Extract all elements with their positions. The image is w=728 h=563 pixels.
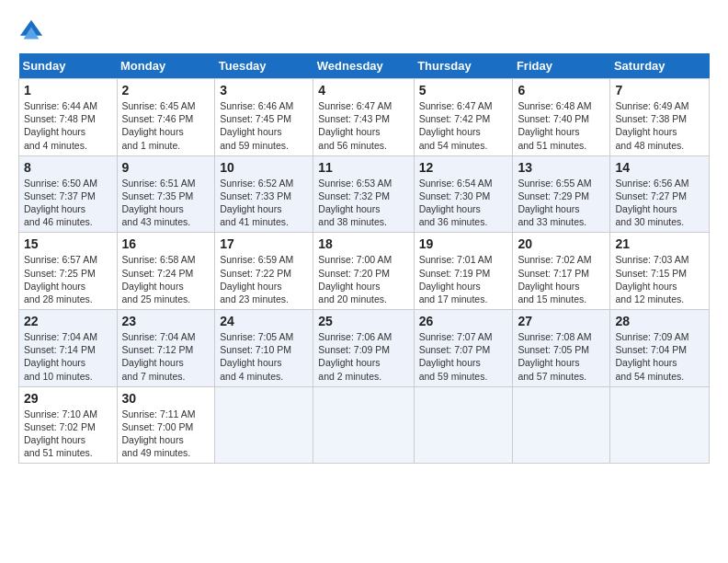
daylight-minutes: and 28 minutes.: [24, 293, 93, 304]
day-info: Sunrise: 6:47 AMSunset: 7:42 PMDaylight …: [419, 99, 508, 152]
sunrise-text: Sunrise: 7:02 AM: [518, 254, 591, 265]
day-info: Sunrise: 6:50 AMSunset: 7:37 PMDaylight …: [24, 177, 112, 229]
day-number: 6: [518, 83, 605, 98]
sunset-text: Sunset: 7:22 PM: [220, 268, 291, 279]
day-number: 29: [24, 391, 112, 406]
sunrise-text: Sunrise: 6:48 AM: [518, 100, 591, 111]
day-info: Sunrise: 6:52 AMSunset: 7:33 PMDaylight …: [220, 177, 308, 229]
sunrise-text: Sunrise: 7:05 AM: [220, 331, 293, 342]
sunrise-text: Sunrise: 6:51 AM: [122, 178, 196, 189]
day-cell: 10Sunrise: 6:52 AMSunset: 7:33 PMDayligh…: [215, 155, 313, 233]
day-cell: 8Sunrise: 6:50 AMSunset: 7:37 PMDaylight…: [19, 155, 118, 233]
day-number: 18: [318, 236, 408, 251]
day-info: Sunrise: 6:58 AMSunset: 7:24 PMDaylight …: [122, 253, 210, 305]
day-cell: [513, 386, 610, 464]
daylight-text: Daylight hours: [122, 357, 184, 368]
daylight-minutes: and 10 minutes.: [24, 371, 93, 382]
daylight-minutes: and 33 minutes.: [518, 216, 586, 227]
logo: [18, 18, 48, 44]
daylight-minutes: and 41 minutes.: [220, 216, 289, 227]
col-header-monday: Monday: [117, 53, 215, 79]
day-cell: 19Sunrise: 7:01 AMSunset: 7:19 PMDayligh…: [414, 233, 513, 310]
daylight-minutes: and 2 minutes.: [318, 371, 381, 382]
daylight-minutes: and 23 minutes.: [220, 293, 289, 304]
day-cell: 5Sunrise: 6:47 AMSunset: 7:42 PMDaylight…: [414, 79, 513, 156]
col-header-wednesday: Wednesday: [313, 53, 414, 79]
daylight-text: Daylight hours: [24, 357, 85, 368]
sunset-text: Sunset: 7:09 PM: [318, 344, 390, 355]
day-cell: 13Sunrise: 6:55 AMSunset: 7:29 PMDayligh…: [513, 155, 610, 233]
calendar-table: SundayMondayTuesdayWednesdayThursdayFrid…: [18, 53, 710, 464]
day-info: Sunrise: 6:53 AMSunset: 7:32 PMDaylight …: [318, 177, 408, 229]
sunrise-text: Sunrise: 7:04 AM: [122, 331, 196, 342]
day-cell: 14Sunrise: 6:56 AMSunset: 7:27 PMDayligh…: [610, 155, 710, 233]
sunset-text: Sunset: 7:48 PM: [24, 113, 96, 124]
sunset-text: Sunset: 7:42 PM: [419, 113, 491, 124]
sunrise-text: Sunrise: 7:03 AM: [615, 254, 688, 265]
day-cell: 27Sunrise: 7:08 AMSunset: 7:05 PMDayligh…: [513, 310, 610, 387]
day-number: 24: [220, 314, 308, 328]
daylight-text: Daylight hours: [318, 357, 380, 368]
day-info: Sunrise: 6:45 AMSunset: 7:46 PMDaylight …: [122, 99, 210, 152]
col-header-friday: Friday: [513, 53, 610, 79]
daylight-minutes: and 12 minutes.: [615, 293, 684, 304]
day-cell: 28Sunrise: 7:09 AMSunset: 7:04 PMDayligh…: [610, 310, 710, 387]
day-cell: [414, 386, 513, 464]
day-info: Sunrise: 6:47 AMSunset: 7:43 PMDaylight …: [318, 99, 408, 152]
daylight-minutes: and 20 minutes.: [318, 293, 387, 304]
daylight-text: Daylight hours: [220, 281, 281, 292]
week-row-4: 22Sunrise: 7:04 AMSunset: 7:14 PMDayligh…: [19, 310, 710, 387]
sunset-text: Sunset: 7:04 PM: [615, 344, 687, 355]
daylight-minutes: and 17 minutes.: [419, 293, 488, 304]
daylight-minutes: and 4 minutes.: [24, 140, 87, 151]
sunset-text: Sunset: 7:37 PM: [24, 190, 96, 201]
sunset-text: Sunset: 7:46 PM: [122, 113, 194, 124]
daylight-text: Daylight hours: [419, 203, 481, 214]
day-info: Sunrise: 6:51 AMSunset: 7:35 PMDaylight …: [122, 177, 210, 229]
daylight-text: Daylight hours: [615, 126, 677, 137]
day-cell: 17Sunrise: 6:59 AMSunset: 7:22 PMDayligh…: [215, 233, 313, 310]
day-info: Sunrise: 6:54 AMSunset: 7:30 PMDaylight …: [419, 177, 508, 229]
day-cell: 6Sunrise: 6:48 AMSunset: 7:40 PMDaylight…: [513, 79, 610, 156]
day-cell: 11Sunrise: 6:53 AMSunset: 7:32 PMDayligh…: [313, 155, 414, 233]
sunrise-text: Sunrise: 7:08 AM: [518, 331, 591, 342]
day-number: 23: [122, 314, 210, 328]
page-header: [18, 18, 710, 44]
day-info: Sunrise: 7:07 AMSunset: 7:07 PMDaylight …: [419, 330, 508, 383]
day-info: Sunrise: 7:01 AMSunset: 7:19 PMDaylight …: [419, 253, 508, 305]
sunset-text: Sunset: 7:38 PM: [615, 113, 687, 124]
daylight-text: Daylight hours: [518, 281, 579, 292]
day-info: Sunrise: 6:55 AMSunset: 7:29 PMDaylight …: [518, 177, 605, 229]
col-header-tuesday: Tuesday: [215, 53, 313, 79]
sunrise-text: Sunrise: 6:50 AM: [24, 178, 97, 189]
daylight-minutes: and 7 minutes.: [122, 371, 186, 382]
day-number: 9: [122, 160, 210, 175]
daylight-text: Daylight hours: [24, 203, 85, 214]
day-cell: 22Sunrise: 7:04 AMSunset: 7:14 PMDayligh…: [19, 310, 118, 387]
day-cell: 25Sunrise: 7:06 AMSunset: 7:09 PMDayligh…: [313, 310, 414, 387]
day-number: 10: [220, 160, 308, 175]
day-number: 4: [318, 83, 408, 98]
sunrise-text: Sunrise: 6:46 AM: [220, 100, 293, 111]
sunset-text: Sunset: 7:00 PM: [122, 421, 194, 432]
day-info: Sunrise: 7:05 AMSunset: 7:10 PMDaylight …: [220, 330, 308, 383]
daylight-text: Daylight hours: [518, 203, 579, 214]
sunrise-text: Sunrise: 6:55 AM: [518, 178, 591, 189]
daylight-minutes: and 38 minutes.: [318, 216, 387, 227]
day-number: 27: [518, 314, 605, 328]
day-number: 13: [518, 160, 605, 175]
day-number: 1: [24, 83, 112, 98]
sunset-text: Sunset: 7:15 PM: [615, 268, 687, 279]
sunrise-text: Sunrise: 7:11 AM: [122, 408, 196, 419]
daylight-text: Daylight hours: [220, 126, 281, 137]
day-cell: 24Sunrise: 7:05 AMSunset: 7:10 PMDayligh…: [215, 310, 313, 387]
day-cell: 18Sunrise: 7:00 AMSunset: 7:20 PMDayligh…: [313, 233, 414, 310]
daylight-minutes: and 49 minutes.: [122, 447, 191, 458]
day-number: 2: [122, 83, 210, 98]
day-info: Sunrise: 6:56 AMSunset: 7:27 PMDaylight …: [615, 177, 704, 229]
sunset-text: Sunset: 7:07 PM: [419, 344, 491, 355]
daylight-minutes: and 51 minutes.: [24, 447, 93, 458]
day-cell: [215, 386, 313, 464]
col-header-saturday: Saturday: [610, 53, 710, 79]
sunset-text: Sunset: 7:14 PM: [24, 344, 96, 355]
